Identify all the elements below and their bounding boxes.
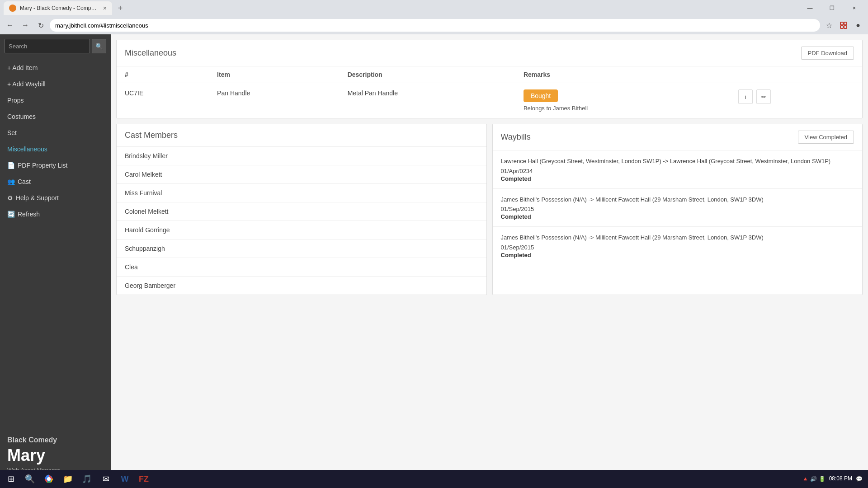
tab-favicon (9, 5, 16, 12)
close-window-button[interactable]: × (844, 1, 864, 15)
start-button[interactable]: ⊞ (2, 471, 20, 487)
sidebar-item-add-item[interactable]: + Add Item (0, 60, 111, 76)
sidebar-item-set[interactable]: Set (0, 125, 111, 141)
search-button[interactable]: 🔍 (92, 39, 106, 53)
cast-panel-header: Cast Members (117, 124, 486, 147)
sidebar-item-props[interactable]: Props (0, 92, 111, 108)
cast-list: Brindsley MillerCarol MelkettMiss Furniv… (117, 147, 486, 295)
toolbar-icons: ☆ ● (823, 19, 864, 32)
table-header-row: # Item Description Remarks (117, 66, 862, 83)
time-display: 08:08 PM (829, 475, 852, 483)
search-container: 🔍 (0, 34, 111, 58)
miscellaneous-table: # Item Description Remarks UC7IE Pan Han… (117, 66, 862, 118)
taskbar-mail[interactable]: ✉ (97, 471, 115, 487)
sidebar-title: Mary (7, 446, 104, 465)
tabs-area: Mary - Black Comedy - Company × + (4, 1, 127, 15)
cast-member-item[interactable]: Carol Melkett (117, 165, 486, 184)
cell-id: UC7IE (117, 83, 209, 118)
col-header-description: Description (340, 66, 515, 83)
miscellaneous-section: Miscellaneous PDF Download # Item Descri… (116, 40, 863, 118)
search-input[interactable] (5, 39, 90, 53)
waybill-route: James Bithell's Possession (N/A) -> Mill… (501, 195, 854, 204)
waybill-status: Completed (501, 175, 854, 182)
system-tray-icons: 🔺 🔊 🔋 (802, 476, 826, 482)
taskbar-music[interactable]: 🎵 (78, 471, 96, 487)
sidebar-item-help-support[interactable]: ⚙ Help & Support (0, 190, 111, 206)
cast-member-item[interactable]: Harold Gorringe (117, 221, 486, 239)
waybill-date: 01/Sep/2015 (501, 206, 854, 212)
help-support-label: Help & Support (16, 194, 59, 202)
miscellaneous-label: Miscellaneous (7, 145, 47, 153)
view-completed-button[interactable]: View Completed (798, 131, 854, 144)
props-label: Props (7, 97, 24, 104)
cast-member-item[interactable]: Miss Furnival (117, 184, 486, 202)
sidebar-item-cast[interactable]: 👥 Cast (0, 174, 111, 190)
tab-title: Mary - Black Comedy - Company (20, 5, 99, 11)
app-container: 🔍 + Add Item + Add Waybill Props Costume… (0, 34, 868, 488)
sidebar-item-pdf-property-list[interactable]: 📄 PDF Property List (0, 157, 111, 174)
window-controls: — ❐ × (800, 1, 864, 15)
cast-member-item[interactable]: Georg Bamberger (117, 277, 486, 295)
svg-rect-0 (840, 22, 843, 25)
edit-button[interactable]: ✏ (756, 89, 771, 104)
taskbar: ⊞ 🔍 📁 🎵 ✉ W FZ 🔺 🔊 🔋 08:08 PM 💬 (0, 470, 868, 488)
address-input[interactable] (50, 19, 820, 32)
svg-rect-3 (844, 26, 847, 28)
tab-close-button[interactable]: × (103, 5, 107, 12)
taskbar-right: 🔺 🔊 🔋 08:08 PM 💬 (802, 475, 866, 483)
cast-member-item[interactable]: Clea (117, 258, 486, 277)
sidebar-item-costumes[interactable]: Costumes (0, 108, 111, 125)
cast-icon: 👥 (7, 178, 15, 185)
svg-point-5 (47, 477, 51, 481)
col-header-id: # (117, 66, 209, 83)
pdf-download-button[interactable]: PDF Download (801, 47, 854, 60)
waybill-item: James Bithell's Possession (N/A) -> Mill… (493, 227, 863, 265)
refresh-icon: 🔄 (7, 211, 15, 218)
waybill-route: James Bithell's Possession (N/A) -> Mill… (501, 233, 854, 242)
notification-icon[interactable]: 💬 (856, 476, 863, 482)
taskbar-word[interactable]: W (116, 471, 134, 487)
sidebar: 🔍 + Add Item + Add Waybill Props Costume… (0, 34, 111, 488)
refresh-label: Refresh (18, 211, 40, 218)
waybill-status: Completed (501, 213, 854, 220)
taskbar-search[interactable]: 🔍 (21, 471, 39, 487)
cell-actions: i ✏ (728, 83, 862, 118)
cast-member-item[interactable]: Colonel Melkett (117, 202, 486, 221)
taskbar-time: 08:08 PM (829, 475, 852, 483)
taskbar-filezilla[interactable]: FZ (135, 471, 153, 487)
cell-remarks: Bought Belongs to James Bithell (515, 83, 728, 118)
sidebar-item-add-waybill[interactable]: + Add Waybill (0, 76, 111, 92)
bookmark-icon[interactable]: ☆ (823, 19, 835, 32)
reload-button[interactable]: ↻ (34, 19, 47, 32)
waybill-date: 01/Sep/2015 (501, 244, 854, 251)
main-content: Miscellaneous PDF Download # Item Descri… (111, 34, 868, 488)
add-waybill-label: + Add Waybill (7, 80, 46, 88)
back-button[interactable]: ← (4, 19, 16, 32)
maximize-button[interactable]: ❐ (822, 1, 842, 15)
cast-member-item[interactable]: Schuppanzigh (117, 239, 486, 258)
sidebar-nav: + Add Item + Add Waybill Props Costumes … (0, 58, 111, 224)
cast-member-item[interactable]: Brindsley Miller (117, 147, 486, 165)
taskbar-files[interactable]: 📁 (59, 471, 77, 487)
sidebar-item-miscellaneous[interactable]: Miscellaneous (0, 141, 111, 157)
cast-panel: Cast Members Brindsley MillerCarol Melke… (116, 124, 487, 295)
svg-rect-1 (844, 22, 847, 25)
profile-icon[interactable]: ● (852, 19, 864, 32)
forward-button[interactable]: → (19, 19, 32, 32)
extensions-icon[interactable] (837, 19, 850, 32)
waybill-list: Lawrence Hall (Greycoat Street, Westmins… (493, 150, 863, 265)
sidebar-item-refresh[interactable]: 🔄 Refresh (0, 206, 111, 222)
info-button[interactable]: i (738, 89, 753, 104)
belongs-text: Belongs to James Bithell (524, 105, 720, 112)
active-tab[interactable]: Mary - Black Comedy - Company × (4, 1, 112, 15)
new-tab-button[interactable]: + (114, 2, 127, 14)
taskbar-chrome[interactable] (40, 471, 58, 487)
miscellaneous-header: Miscellaneous PDF Download (117, 40, 862, 66)
pdf-icon: 📄 (7, 162, 15, 169)
bottom-panels: Cast Members Brindsley MillerCarol Melke… (116, 124, 863, 295)
waybill-status: Completed (501, 252, 854, 258)
waybill-item: Lawrence Hall (Greycoat Street, Westmins… (493, 150, 863, 189)
minimize-button[interactable]: — (800, 1, 820, 15)
table-row: UC7IE Pan Handle Metal Pan Handle Bought… (117, 83, 862, 118)
cell-item: Pan Handle (209, 83, 340, 118)
